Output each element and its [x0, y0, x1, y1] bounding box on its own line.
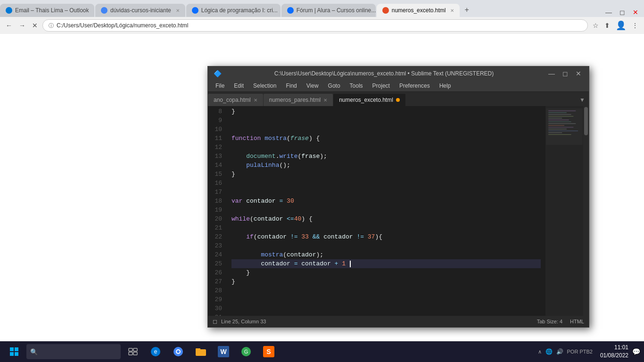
bookmark-button[interactable]: ☆ — [591, 21, 601, 30]
status-tab-size[interactable]: Tab Size: 4 — [537, 319, 562, 324]
notification-icon[interactable]: 💬 — [632, 348, 640, 355]
taskbar-system-tray: ∧ 🌐 🔊 POR PTB2 11:01 01/08/2022 💬 — [538, 344, 640, 360]
taskbar-edge[interactable]: e — [145, 342, 166, 361]
sublime-titlebar: 🔷 C:\Users\User\Desktop\Lógica\numeros_e… — [208, 66, 589, 81]
tab-bar: Email – Thais Lima – Outlook ✕ dúvidas-c… — [0, 0, 644, 17]
menu-goto[interactable]: Goto — [324, 82, 344, 90]
window-minimize-btn[interactable]: — — [603, 8, 614, 17]
menu-preferences[interactable]: Preferences — [396, 82, 434, 90]
edge-icon: e — [150, 346, 161, 357]
taskbar-search-box[interactable]: 🔍 — [26, 344, 121, 359]
code-line-19 — [231, 206, 541, 214]
taskbar-sublime[interactable]: S — [258, 342, 279, 361]
sublime-maximize-btn[interactable]: ◻ — [561, 70, 570, 77]
locale-clock-row: POR PTB2 11:01 01/08/2022 — [567, 344, 628, 360]
browser-content-area: 🔷 C:\Users\User\Desktop\Lógica\numeros_e… — [0, 34, 644, 341]
code-line-20: while(contador <=40) { — [231, 214, 541, 223]
sublime-tab-label-ano: ano_copa.html — [214, 97, 251, 103]
network-icon[interactable]: 🌐 — [545, 348, 553, 355]
scrollbar-thumb[interactable] — [584, 107, 588, 135]
forward-button[interactable]: → — [17, 21, 27, 30]
start-button[interactable] — [4, 343, 25, 360]
code-editor-area[interactable]: } function mostra(frase) { document.writ… — [227, 106, 545, 316]
sublime-minimize-btn[interactable]: — — [546, 70, 557, 77]
status-syntax[interactable]: HTML — [570, 319, 584, 324]
taskbar-word[interactable]: W — [213, 342, 234, 361]
svg-rect-18 — [15, 352, 18, 356]
code-minimap — [545, 106, 583, 316]
address-bar[interactable]: ⓘ C:/Users/User/Desktop/Lógica/numeros_e… — [42, 19, 588, 32]
tray-expand-icon[interactable]: ∧ — [538, 349, 542, 355]
svg-rect-29 — [196, 348, 200, 350]
svg-point-27 — [177, 350, 180, 353]
sublime-tab-close-ano[interactable]: ✕ — [254, 98, 257, 103]
code-line-14: pulaLinha(); — [231, 161, 541, 170]
code-line-17 — [231, 188, 541, 197]
share-button[interactable]: ⬆ — [603, 21, 612, 30]
sublime-tab-ano[interactable]: ano_copa.html ✕ — [208, 94, 263, 106]
system-clock: 11:01 01/08/2022 — [600, 344, 628, 360]
tab-label-1: Email – Thais Lima – Outlook — [15, 7, 89, 14]
code-line-16 — [231, 179, 541, 188]
code-line-22: if(contador != 33 && contador != 37){ — [231, 232, 541, 241]
browser-action-buttons: ☆ ⬆ 👤 ⋮ — [591, 19, 640, 32]
sublime-tab-exceto[interactable]: numeros_exceto.html — [333, 94, 405, 106]
sublime-close-btn[interactable]: ✕ — [574, 70, 583, 77]
clock-date: 01/08/2022 — [600, 352, 628, 360]
tab-close-5[interactable]: ✕ — [450, 8, 454, 13]
taskbar-task-view[interactable] — [123, 342, 143, 361]
window-maximize-btn[interactable]: ◻ — [618, 8, 627, 17]
back-button[interactable]: ← — [4, 21, 14, 30]
menu-project[interactable]: Project — [369, 82, 394, 90]
sublime-tab-modified-dot — [396, 98, 400, 102]
browser-tab-3[interactable]: Lógica de programação I: cri... ✕ — [186, 4, 281, 17]
code-line-12 — [231, 143, 541, 152]
code-line-15: } — [231, 170, 541, 179]
volume-icon[interactable]: 🔊 — [556, 348, 563, 355]
code-line-8: } — [231, 107, 541, 116]
sublime-window-title: C:\Users\User\Desktop\Lógica\numeros_exc… — [222, 70, 546, 77]
clock-display: POR PTB2 11:01 01/08/2022 — [567, 344, 628, 360]
sublime-tab-pares[interactable]: numeros_pares.html ✕ — [264, 94, 333, 106]
extensions-button[interactable]: ⋮ — [630, 21, 640, 30]
vertical-scrollbar[interactable] — [583, 106, 589, 316]
browser-tab-2[interactable]: dúvidas-cursos-iniciante ✕ — [95, 4, 185, 17]
window-close-btn[interactable]: ✕ — [631, 8, 640, 17]
browser-tab-5[interactable]: numeros_exceto.html ✕ — [377, 4, 460, 17]
profile-button[interactable]: 👤 — [614, 19, 628, 32]
svg-rect-22 — [133, 352, 137, 355]
menu-help[interactable]: Help — [436, 82, 455, 90]
code-line-9 — [231, 116, 541, 125]
taskbar-chrome[interactable] — [168, 342, 189, 361]
browser-tab-4[interactable]: Fórum | Alura – Cursos online... ✕ — [281, 4, 376, 17]
code-line-21 — [231, 223, 541, 232]
sublime-tab-bar: ano_copa.html ✕ numeros_pares.html ✕ num… — [208, 92, 589, 106]
search-icon: 🔍 — [30, 348, 38, 355]
code-line-28 — [231, 286, 541, 295]
taskbar-app-green[interactable]: G — [236, 342, 256, 361]
code-line-26: } — [231, 268, 541, 277]
svg-text:G: G — [244, 349, 248, 354]
menu-view[interactable]: View — [303, 82, 322, 90]
tab-close-1[interactable]: ✕ — [94, 8, 94, 13]
taskbar-file-explorer[interactable] — [190, 342, 211, 361]
svg-rect-28 — [196, 349, 206, 356]
menu-find[interactable]: Find — [282, 82, 300, 90]
menu-edit[interactable]: Edit — [230, 82, 248, 90]
menu-tools[interactable]: Tools — [346, 82, 367, 90]
browser-tab-1[interactable]: Email – Thais Lima – Outlook ✕ — [0, 4, 94, 17]
status-left-area: ◻ Line 25, Column 33 — [213, 318, 266, 325]
menu-selection[interactable]: Selection — [249, 82, 280, 90]
tab-favicon-4 — [287, 7, 294, 14]
editor-body: 8 9 10 11 12 13 14 15 16 17 18 19 20 21 … — [208, 106, 589, 316]
tab-label-3: Lógica de programação I: cri... — [201, 7, 278, 14]
tab-close-2[interactable]: ✕ — [176, 8, 180, 13]
reload-button[interactable]: ✕ — [30, 21, 40, 30]
code-line-31 — [231, 313, 541, 316]
menu-file[interactable]: File — [212, 82, 228, 90]
sublime-tab-close-pares[interactable]: ✕ — [323, 98, 327, 103]
new-tab-button[interactable]: + — [461, 6, 472, 14]
tab-overflow-arrow[interactable]: ▼ — [576, 97, 589, 103]
tab-label-5: numeros_exceto.html — [392, 7, 446, 14]
clock-time: 11:01 — [600, 344, 628, 352]
